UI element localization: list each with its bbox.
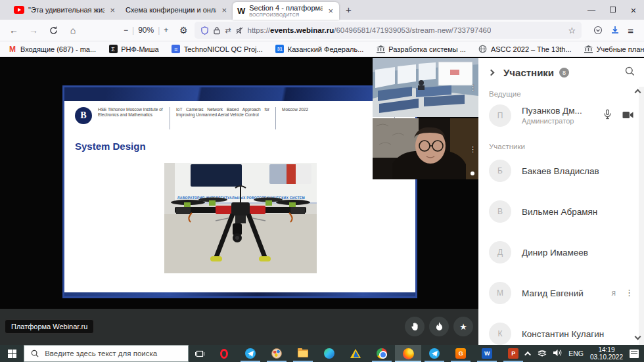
app-gom[interactable]: G	[448, 345, 474, 362]
app-chrome[interactable]	[369, 345, 395, 362]
chrome-icon	[377, 348, 387, 359]
tab-webinar-active[interactable]: W Section 4 - платформа Webinar ВОСПРОИЗ…	[233, 2, 339, 20]
app-affinity[interactable]	[342, 345, 369, 362]
app-powerpoint[interactable]: P	[500, 345, 526, 362]
raise-hand-button[interactable]	[405, 317, 425, 336]
bookmark-razrabotka[interactable]: Разработка системы ...	[376, 45, 466, 54]
pocket-icon[interactable]	[593, 26, 603, 35]
zoom-in-button[interactable]: +	[164, 26, 168, 35]
bookmark-uchebnye-plany[interactable]: Учебные планы\Обр...	[584, 45, 644, 54]
bookmark-star-icon[interactable]: ☆	[568, 26, 576, 35]
download-icon[interactable]	[610, 26, 620, 35]
participant-row[interactable]: Д Динир Имамеев	[478, 236, 644, 269]
url-text[interactable]: https://events.webinar.ru/60496581/47193…	[248, 26, 492, 34]
status-tooltip: Платформа Webinar.ru	[5, 320, 93, 333]
url-bar[interactable]: ⇄ https://events.webinar.ru/60496581/471…	[195, 22, 582, 39]
panel-scrollbar[interactable]	[639, 87, 644, 345]
clock[interactable]: 14:19 03.10.2022	[590, 346, 623, 361]
telegram-icon	[245, 348, 256, 359]
thumbnail-menu-icon[interactable]: ⋮	[469, 85, 476, 89]
app-telegram-2[interactable]	[421, 345, 448, 362]
bookmark-rnf[interactable]: Σ РНФ-Миша	[108, 45, 159, 54]
app-firefox-active[interactable]	[395, 345, 421, 362]
institute-name: HSE Tikhonov Moscow Institute of Electro…	[98, 107, 164, 118]
bookmark-gmail[interactable]: M Входящие (687) - ma...	[8, 45, 96, 54]
thumbnail-menu-icon[interactable]: ⋮	[469, 147, 476, 150]
wifi-icon[interactable]	[538, 348, 547, 359]
reaction-buttons: ★	[405, 317, 473, 336]
participant-name: Магид Евгений	[522, 288, 584, 298]
tab-scheme[interactable]: Схема конфиренции и онлайн ×	[121, 0, 233, 20]
window-controls: — ×	[581, 0, 644, 20]
close-icon[interactable]: ×	[327, 7, 334, 15]
participant-row[interactable]: Б Бакаев Владислав	[478, 154, 644, 187]
zoom-out-button[interactable]: −	[124, 26, 128, 35]
task-view-icon	[195, 350, 204, 358]
app-word[interactable]: W	[474, 345, 500, 362]
app-edge[interactable]	[316, 345, 342, 362]
permissions-icon[interactable]: ⇄	[225, 26, 231, 35]
new-tab-button[interactable]: +	[339, 0, 358, 20]
participant-row-host[interactable]: П Пузанков Дм... Администратор	[478, 99, 644, 132]
slide-venue: Moscow 2022	[282, 107, 333, 112]
status-dot	[471, 171, 474, 175]
star-icon: ★	[459, 322, 467, 332]
bookmark-kfu[interactable]: 31 Казанский Федераль...	[275, 45, 364, 54]
participant-row[interactable]: В Вильмен Абрамян	[478, 195, 644, 228]
attendees-section-label: Участники	[489, 143, 644, 150]
bookmark-ascc[interactable]: ASCC 2022 – The 13th...	[478, 45, 572, 54]
task-view-button[interactable]	[189, 345, 211, 362]
participant-row[interactable]: К Константин Кулагин	[478, 317, 644, 345]
microphone-icon[interactable]	[603, 109, 612, 122]
back-button[interactable]: ←	[5, 25, 22, 35]
fire-reaction-button[interactable]	[429, 317, 449, 336]
close-window-button[interactable]: ×	[623, 5, 644, 16]
restore-button[interactable]	[602, 5, 623, 14]
paper-title: IoT Cameras Network Based Approach for I…	[176, 107, 269, 118]
app-opera[interactable]	[211, 345, 237, 362]
tab-youtube[interactable]: "Эта удивительная жизнь" - Po ×	[9, 0, 121, 20]
participant-row-me[interactable]: М Магид Евгений я ⋮	[478, 277, 644, 309]
volume-icon[interactable]	[553, 348, 562, 359]
home-button[interactable]: ⌂	[64, 25, 81, 35]
slide-title: System Design	[75, 141, 415, 152]
app-paint[interactable]	[264, 345, 290, 362]
bank-icon	[584, 45, 593, 54]
system-tray: ENG 14:19 03.10.2022	[526, 345, 644, 362]
app-explorer[interactable]	[290, 345, 316, 362]
menu-icon[interactable]: ≡	[628, 25, 633, 36]
camera-icon[interactable]	[622, 110, 633, 122]
participant-name: Константин Кулагин	[522, 329, 604, 339]
drone-image	[170, 185, 311, 268]
taskbar-search[interactable]: Введите здесь текст для поиска	[24, 345, 189, 362]
time: 14:19	[590, 346, 623, 354]
opera-icon	[220, 349, 228, 359]
reload-button[interactable]	[45, 26, 62, 35]
slide-footer-bar	[64, 292, 415, 296]
close-icon[interactable]: ×	[220, 6, 228, 14]
forward-button[interactable]: →	[25, 25, 42, 35]
search-icon[interactable]	[625, 66, 635, 79]
video-thumbnail-speaker[interactable]: ⋮	[373, 118, 478, 179]
star-reaction-button[interactable]: ★	[453, 317, 473, 336]
notification-center-icon[interactable]	[630, 350, 639, 358]
collapse-panel-icon[interactable]	[488, 70, 495, 76]
minimize-button[interactable]: —	[581, 5, 602, 14]
zoom-level[interactable]: 90%	[138, 26, 154, 35]
start-button[interactable]	[0, 345, 24, 362]
bookmark-technonicol[interactable]: ≡ TechnoNICOL QC Proj...	[172, 45, 263, 54]
lock-icon[interactable]	[213, 26, 221, 35]
participant-name: Динир Имамеев	[522, 248, 588, 258]
classroom-video	[373, 58, 478, 117]
gear-icon[interactable]: ⚙	[175, 25, 192, 35]
windows-taskbar: Введите здесь текст для поиска G W P	[0, 345, 644, 362]
presentation-slide[interactable]: B HSE Tikhonov Moscow Institute of Elect…	[62, 85, 417, 298]
language-indicator[interactable]: ENG	[568, 350, 584, 357]
more-options-icon[interactable]: ⋮	[625, 290, 633, 296]
app-telegram[interactable]	[237, 345, 264, 362]
close-icon[interactable]: ×	[108, 6, 116, 14]
shield-icon[interactable]	[200, 26, 209, 35]
video-thumbnail-classroom[interactable]: ⋮	[373, 58, 478, 117]
avatar: К	[489, 323, 511, 345]
autoplay-blocked-icon[interactable]	[235, 26, 244, 35]
